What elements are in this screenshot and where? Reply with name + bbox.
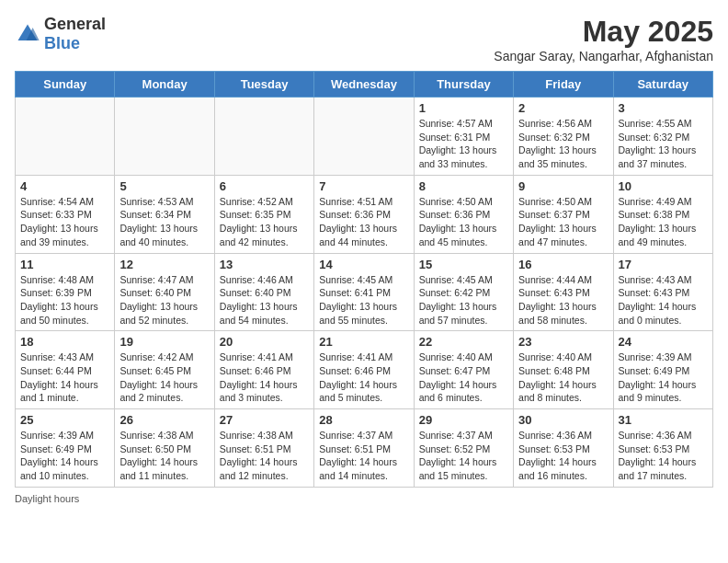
day-info: Sunrise: 4:42 AMSunset: 6:45 PMDaylight:… — [119, 350, 209, 405]
weekday-header: Friday — [514, 72, 613, 98]
calendar-cell: 12Sunrise: 4:47 AMSunset: 6:40 PMDayligh… — [115, 253, 214, 331]
calendar-cell: 19Sunrise: 4:42 AMSunset: 6:45 PMDayligh… — [115, 331, 214, 409]
day-number: 15 — [419, 258, 508, 271]
calendar-cell: 10Sunrise: 4:49 AMSunset: 6:38 PMDayligh… — [613, 175, 712, 253]
day-number: 3 — [619, 101, 708, 115]
day-number: 18 — [20, 335, 109, 349]
calendar-cell: 13Sunrise: 4:46 AMSunset: 6:40 PMDayligh… — [214, 253, 313, 331]
day-info: Sunrise: 4:40 AMSunset: 6:47 PMDaylight:… — [419, 350, 508, 405]
day-number: 11 — [20, 258, 109, 271]
day-info: Sunrise: 4:50 AMSunset: 6:36 PMDaylight:… — [419, 195, 508, 249]
day-number: 24 — [619, 335, 708, 349]
calendar-cell: 4Sunrise: 4:54 AMSunset: 6:33 PMDaylight… — [16, 175, 115, 253]
day-number: 22 — [419, 335, 508, 349]
weekday-header: Saturday — [613, 72, 712, 98]
day-number: 10 — [619, 179, 708, 193]
weekday-header: Monday — [115, 72, 214, 98]
calendar-cell: 6Sunrise: 4:52 AMSunset: 6:35 PMDaylight… — [214, 175, 313, 253]
calendar-week-row: 18Sunrise: 4:43 AMSunset: 6:44 PMDayligh… — [16, 331, 713, 409]
day-info: Sunrise: 4:56 AMSunset: 6:32 PMDaylight:… — [518, 117, 608, 171]
day-info: Sunrise: 4:41 AMSunset: 6:46 PMDaylight:… — [220, 350, 309, 405]
day-number: 23 — [518, 335, 608, 349]
daylight-hours-label: Daylight hours — [15, 493, 79, 504]
page-header: General Blue May 2025 Sangar Saray, Nang… — [15, 15, 713, 63]
day-number: 25 — [20, 413, 109, 427]
day-info: Sunrise: 4:40 AMSunset: 6:48 PMDaylight:… — [518, 350, 608, 405]
calendar-cell: 21Sunrise: 4:41 AMSunset: 6:46 PMDayligh… — [314, 331, 414, 409]
calendar-cell — [16, 98, 115, 176]
calendar-cell: 28Sunrise: 4:37 AMSunset: 6:51 PMDayligh… — [314, 409, 414, 488]
calendar-table: SundayMondayTuesdayWednesdayThursdayFrid… — [15, 71, 713, 488]
day-info: Sunrise: 4:45 AMSunset: 6:41 PMDaylight:… — [319, 273, 408, 327]
weekday-header: Thursday — [414, 72, 513, 98]
day-info: Sunrise: 4:44 AMSunset: 6:43 PMDaylight:… — [518, 273, 608, 327]
day-info: Sunrise: 4:53 AMSunset: 6:34 PMDaylight:… — [119, 195, 209, 249]
day-number: 7 — [319, 179, 408, 193]
calendar-cell: 18Sunrise: 4:43 AMSunset: 6:44 PMDayligh… — [16, 331, 115, 409]
day-number: 13 — [220, 258, 309, 271]
location-subtitle: Sangar Saray, Nangarhar, Afghanistan — [494, 49, 713, 63]
calendar-cell: 1Sunrise: 4:57 AMSunset: 6:31 PMDaylight… — [414, 98, 513, 176]
day-info: Sunrise: 4:54 AMSunset: 6:33 PMDaylight:… — [20, 195, 109, 249]
day-info: Sunrise: 4:50 AMSunset: 6:37 PMDaylight:… — [518, 195, 608, 249]
calendar-cell: 24Sunrise: 4:39 AMSunset: 6:49 PMDayligh… — [613, 331, 712, 409]
day-number: 16 — [518, 258, 608, 271]
day-info: Sunrise: 4:43 AMSunset: 6:43 PMDaylight:… — [619, 273, 708, 327]
calendar-cell — [314, 98, 414, 176]
calendar-cell: 20Sunrise: 4:41 AMSunset: 6:46 PMDayligh… — [214, 331, 313, 409]
calendar-cell: 9Sunrise: 4:50 AMSunset: 6:37 PMDaylight… — [514, 175, 613, 253]
calendar-week-row: 4Sunrise: 4:54 AMSunset: 6:33 PMDaylight… — [16, 175, 713, 253]
logo-blue: Blue — [44, 34, 80, 52]
calendar-cell: 5Sunrise: 4:53 AMSunset: 6:34 PMDaylight… — [115, 175, 214, 253]
day-info: Sunrise: 4:57 AMSunset: 6:31 PMDaylight:… — [419, 117, 508, 171]
day-info: Sunrise: 4:51 AMSunset: 6:36 PMDaylight:… — [319, 195, 408, 249]
weekday-header-row: SundayMondayTuesdayWednesdayThursdayFrid… — [16, 72, 713, 98]
day-number: 2 — [518, 101, 608, 115]
day-info: Sunrise: 4:48 AMSunset: 6:39 PMDaylight:… — [20, 273, 109, 327]
calendar-cell — [115, 98, 214, 176]
calendar-cell: 16Sunrise: 4:44 AMSunset: 6:43 PMDayligh… — [514, 253, 613, 331]
day-number: 5 — [119, 179, 209, 193]
calendar-cell: 14Sunrise: 4:45 AMSunset: 6:41 PMDayligh… — [314, 253, 414, 331]
day-number: 31 — [619, 413, 708, 427]
day-info: Sunrise: 4:36 AMSunset: 6:53 PMDaylight:… — [518, 429, 608, 483]
day-info: Sunrise: 4:36 AMSunset: 6:53 PMDaylight:… — [619, 429, 708, 483]
day-info: Sunrise: 4:43 AMSunset: 6:44 PMDaylight:… — [20, 350, 109, 405]
day-number: 26 — [119, 413, 209, 427]
day-info: Sunrise: 4:52 AMSunset: 6:35 PMDaylight:… — [220, 195, 309, 249]
calendar-cell: 23Sunrise: 4:40 AMSunset: 6:48 PMDayligh… — [514, 331, 613, 409]
day-info: Sunrise: 4:49 AMSunset: 6:38 PMDaylight:… — [619, 195, 708, 249]
day-number: 4 — [20, 179, 109, 193]
calendar-week-row: 1Sunrise: 4:57 AMSunset: 6:31 PMDaylight… — [16, 98, 713, 176]
logo-text: General Blue — [44, 15, 106, 53]
calendar-cell: 26Sunrise: 4:38 AMSunset: 6:50 PMDayligh… — [115, 409, 214, 488]
day-number: 14 — [319, 258, 408, 271]
day-info: Sunrise: 4:37 AMSunset: 6:52 PMDaylight:… — [419, 429, 508, 483]
logo-general: General — [44, 15, 106, 33]
day-number: 1 — [419, 101, 508, 115]
day-number: 27 — [220, 413, 309, 427]
day-info: Sunrise: 4:37 AMSunset: 6:51 PMDaylight:… — [319, 429, 408, 483]
calendar-cell: 30Sunrise: 4:36 AMSunset: 6:53 PMDayligh… — [514, 409, 613, 488]
calendar-cell: 22Sunrise: 4:40 AMSunset: 6:47 PMDayligh… — [414, 331, 513, 409]
weekday-header: Wednesday — [314, 72, 414, 98]
day-number: 20 — [220, 335, 309, 349]
day-info: Sunrise: 4:47 AMSunset: 6:40 PMDaylight:… — [119, 273, 209, 327]
day-info: Sunrise: 4:39 AMSunset: 6:49 PMDaylight:… — [619, 350, 708, 405]
day-number: 6 — [220, 179, 309, 193]
title-area: May 2025 Sangar Saray, Nangarhar, Afghan… — [494, 15, 713, 63]
calendar-week-row: 25Sunrise: 4:39 AMSunset: 6:49 PMDayligh… — [16, 409, 713, 488]
day-number: 29 — [419, 413, 508, 427]
day-number: 12 — [119, 258, 209, 271]
day-info: Sunrise: 4:39 AMSunset: 6:49 PMDaylight:… — [20, 429, 109, 483]
day-info: Sunrise: 4:38 AMSunset: 6:50 PMDaylight:… — [119, 429, 209, 483]
day-info: Sunrise: 4:45 AMSunset: 6:42 PMDaylight:… — [419, 273, 508, 327]
calendar-week-row: 11Sunrise: 4:48 AMSunset: 6:39 PMDayligh… — [16, 253, 713, 331]
calendar-cell: 8Sunrise: 4:50 AMSunset: 6:36 PMDaylight… — [414, 175, 513, 253]
calendar-cell: 25Sunrise: 4:39 AMSunset: 6:49 PMDayligh… — [16, 409, 115, 488]
day-info: Sunrise: 4:41 AMSunset: 6:46 PMDaylight:… — [319, 350, 408, 405]
footer: Daylight hours — [15, 493, 713, 504]
weekday-header: Tuesday — [214, 72, 313, 98]
day-number: 17 — [619, 258, 708, 271]
day-info: Sunrise: 4:46 AMSunset: 6:40 PMDaylight:… — [220, 273, 309, 327]
